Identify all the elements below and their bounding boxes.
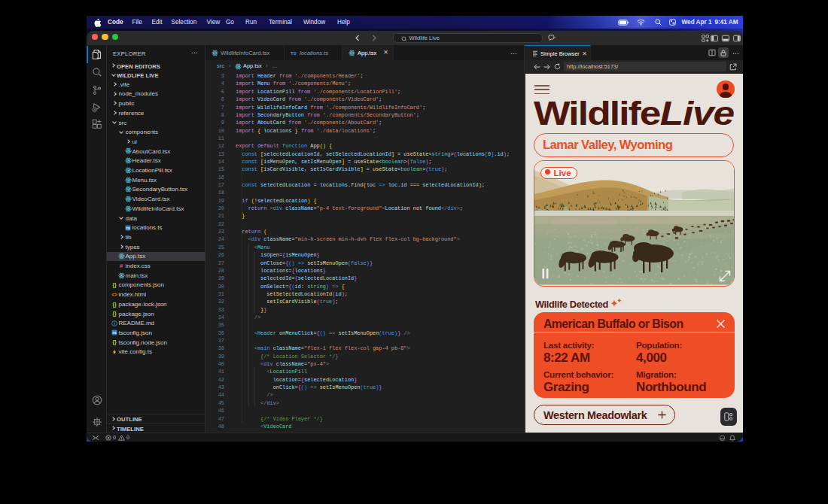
svg-text:TS: TS bbox=[112, 331, 117, 335]
svg-text:TS: TS bbox=[126, 226, 130, 230]
